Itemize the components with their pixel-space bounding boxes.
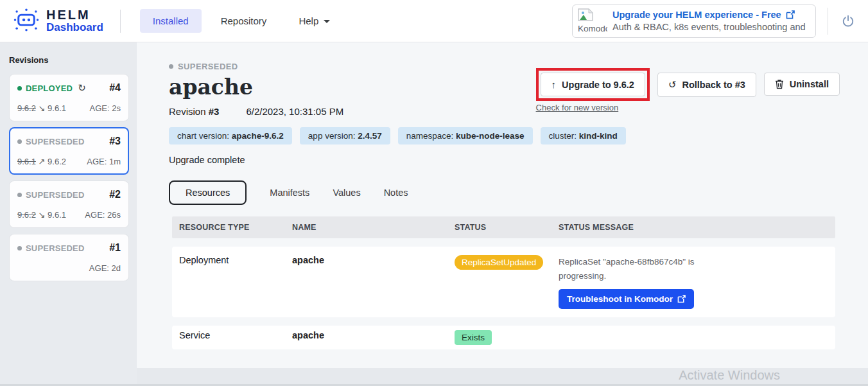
revision-2-versions: 9.6.2 ↘ 9.6.1 bbox=[17, 210, 66, 220]
revision-card-3-header: SUPERSEDED #3 bbox=[17, 136, 121, 147]
revisions-title: Revisions bbox=[9, 55, 129, 65]
reload-icon: ↻ bbox=[78, 82, 86, 94]
banner-text: Upgrade your HELM experience - Free Auth… bbox=[612, 10, 808, 32]
col-status-message: STATUS MESSAGE bbox=[559, 223, 835, 232]
revision-number: #3 bbox=[209, 106, 220, 117]
nav-repository[interactable]: Repository bbox=[208, 9, 280, 33]
revision-card-2[interactable]: SUPERSEDED #2 9.6.2 ↘ 9.6.1 AGE: 26s bbox=[9, 180, 129, 228]
upgrade-arrow-icon: ↗ bbox=[39, 157, 46, 166]
revision-4-to: 9.6.1 bbox=[48, 103, 66, 113]
chip-namespace: namespace: kube-node-lease bbox=[398, 127, 533, 145]
downgrade-arrow-icon: ↘ bbox=[39, 210, 46, 220]
power-icon bbox=[841, 14, 855, 28]
resources-table: RESOURCE TYPE NAME STATUS STATUS MESSAGE… bbox=[172, 216, 835, 349]
broken-image-placeholder: Komodor bbox=[578, 8, 607, 33]
status-dot-icon bbox=[17, 86, 22, 91]
broken-image-icon bbox=[578, 8, 593, 21]
tab-values[interactable]: Values bbox=[333, 188, 360, 198]
table-row-deployment: Deployment apache ReplicaSetUpdated Repl… bbox=[172, 247, 835, 317]
external-link-icon bbox=[786, 10, 795, 19]
header-right: Komodor Upgrade your HELM experience - F… bbox=[572, 4, 868, 38]
komodor-upgrade-banner[interactable]: Komodor Upgrade your HELM experience - F… bbox=[572, 4, 816, 38]
header-divider bbox=[120, 10, 121, 33]
banner-title[interactable]: Upgrade your HELM experience - Free bbox=[612, 10, 808, 20]
revision-card-3[interactable]: SUPERSEDED #3 9.6.1 ↗ 9.6.2 AGE: 1m bbox=[9, 127, 129, 175]
service-message-cell bbox=[559, 330, 835, 345]
revision-card-1[interactable]: SUPERSEDED #1 AGE: 2d bbox=[9, 234, 129, 281]
deployment-message-cell: ReplicaSet "apache-68fb867c4b" is progre… bbox=[559, 255, 835, 309]
revision-card-1-detail: AGE: 2d bbox=[17, 263, 121, 273]
release-detail-panel: SUPERSEDED apache Revision #3 6/2/2023, … bbox=[137, 42, 868, 368]
banner-subtitle: Auth & RBAC, k8s events, troubleshooting… bbox=[612, 22, 808, 32]
chip-namespace-label: namespace: bbox=[406, 131, 454, 141]
revision-3-age: AGE: 1m bbox=[87, 157, 121, 166]
chip-app-version: app version: 2.4.57 bbox=[300, 127, 390, 145]
nav-installed[interactable]: Installed bbox=[140, 9, 202, 33]
revision-3-from: 9.6.1 bbox=[17, 157, 36, 166]
service-name-cell: apache bbox=[292, 330, 455, 345]
revision-2-status: SUPERSEDED bbox=[17, 190, 85, 200]
tab-resources[interactable]: Resources bbox=[169, 180, 247, 205]
revisions-sidebar: Revisions DEPLOYED ↻ #4 9.6.2 ↘ 9.6.1 AG… bbox=[0, 42, 137, 386]
revision-card-1-header: SUPERSEDED #1 bbox=[17, 242, 121, 254]
upgrade-button[interactable]: ↑ Upgrade to 9.6.2 bbox=[541, 73, 645, 96]
check-new-version-link[interactable]: Check for new version bbox=[536, 103, 650, 112]
deployment-type-cell: Deployment bbox=[172, 255, 292, 309]
revision-1-age: AGE: 2d bbox=[89, 263, 121, 273]
revision-card-3-detail: 9.6.1 ↗ 9.6.2 AGE: 1m bbox=[17, 157, 121, 166]
main-nav: Installed Repository Help bbox=[140, 9, 343, 33]
revision-2-from: 9.6.2 bbox=[17, 210, 36, 220]
uninstall-button[interactable]: Uninstall bbox=[764, 73, 840, 96]
chip-chart-version-value: apache-9.6.2 bbox=[232, 131, 284, 141]
logo-title: HELM bbox=[46, 8, 103, 22]
status-badge: ReplicaSetUpdated bbox=[455, 255, 543, 270]
chevron-down-icon bbox=[324, 20, 330, 23]
revision-2-status-label: SUPERSEDED bbox=[26, 190, 85, 200]
revision-4-status-label: DEPLOYED bbox=[26, 83, 73, 93]
helm-dashboard-screen: HELM Dashboard Installed Repository Help bbox=[0, 0, 868, 386]
revision-4-from: 9.6.2 bbox=[17, 103, 36, 113]
activate-windows-watermark: Activate Windows bbox=[679, 368, 780, 383]
revision-4-number: #4 bbox=[109, 82, 121, 94]
troubleshoot-button-label: Troubleshoot in Komodor bbox=[567, 294, 673, 304]
tab-notes[interactable]: Notes bbox=[384, 188, 408, 198]
trash-icon bbox=[775, 79, 784, 89]
tab-manifests[interactable]: Manifests bbox=[270, 188, 309, 198]
helm-logo-icon bbox=[13, 6, 40, 36]
header-divider-right bbox=[828, 8, 828, 35]
shutdown-button[interactable] bbox=[841, 14, 855, 28]
col-status: STATUS bbox=[455, 223, 559, 232]
chip-chart-version: chart version: apache-9.6.2 bbox=[169, 127, 292, 145]
detail-tabs: Resources Manifests Values Notes bbox=[169, 180, 868, 205]
upgrade-column: ↑ Upgrade to 9.6.2 Check for new version bbox=[536, 68, 650, 112]
troubleshoot-komodor-button[interactable]: Troubleshoot in Komodor bbox=[559, 289, 694, 309]
chip-app-version-value: 2.4.57 bbox=[358, 131, 382, 141]
revision-card-4-detail: 9.6.2 ↘ 9.6.1 AGE: 2s bbox=[17, 103, 121, 113]
revision-4-age: AGE: 2s bbox=[90, 103, 121, 113]
status-badge: Exists bbox=[455, 330, 492, 345]
nav-help-label: Help bbox=[299, 15, 318, 26]
revision-2-to: 9.6.1 bbox=[48, 210, 66, 220]
chip-app-version-label: app version: bbox=[308, 131, 356, 141]
revision-card-4[interactable]: DEPLOYED ↻ #4 9.6.2 ↘ 9.6.1 AGE: 2s bbox=[9, 74, 129, 121]
top-bar: HELM Dashboard Installed Repository Help bbox=[0, 0, 868, 42]
external-link-icon bbox=[677, 295, 686, 303]
nav-help[interactable]: Help bbox=[286, 9, 343, 33]
rollback-button[interactable]: ↺ Rollback to #3 bbox=[657, 73, 756, 97]
rollback-icon: ↺ bbox=[668, 79, 677, 91]
col-resource-type: RESOURCE TYPE bbox=[172, 223, 292, 232]
revision-card-2-detail: 9.6.2 ↘ 9.6.1 AGE: 26s bbox=[17, 210, 121, 220]
chip-chart-version-label: chart version: bbox=[177, 131, 229, 141]
resources-table-header: RESOURCE TYPE NAME STATUS STATUS MESSAGE bbox=[172, 216, 835, 238]
helm-logo-text: HELM Dashboard bbox=[46, 8, 103, 33]
revision-3-number: #3 bbox=[109, 136, 121, 147]
revision-1-number: #1 bbox=[109, 242, 121, 254]
release-message: Upgrade complete bbox=[169, 155, 868, 165]
status-dot-icon bbox=[17, 139, 22, 144]
status-dot-icon bbox=[17, 193, 22, 197]
revision-2-age: AGE: 26s bbox=[85, 210, 121, 220]
revision-1-status-label: SUPERSEDED bbox=[26, 243, 85, 253]
helm-logo[interactable]: HELM Dashboard bbox=[13, 6, 103, 36]
revision-3-to: 9.6.2 bbox=[48, 157, 66, 166]
status-message-text: ReplicaSet "apache-68fb867c4b" is progre… bbox=[559, 255, 722, 283]
